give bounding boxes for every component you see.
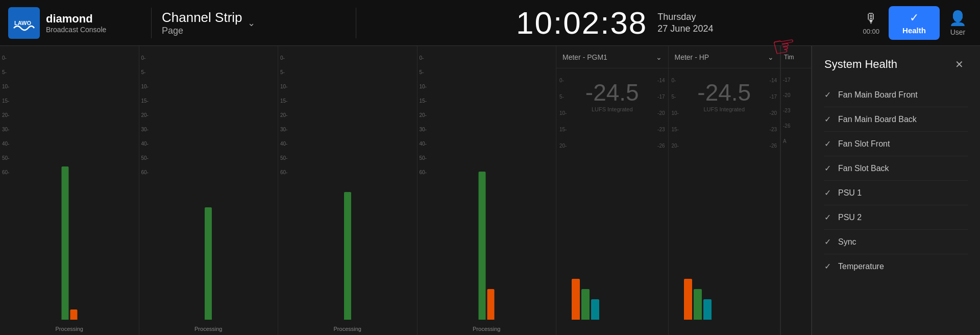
strip-3-scale: 0- 5- 10- 15- 20- 30- 40- 50- 60- [280,51,287,180]
channel-strip-line2: Page [162,26,242,36]
meter-pgm1-dropdown-icon[interactable]: ⌄ [656,53,662,61]
clock-day: Thursday [657,12,713,22]
health-item-fan-main-front: ✓ Fan Main Board Front [824,83,968,107]
pgm1-bar-orange [572,279,580,320]
header-divider-1 [151,8,152,38]
channel-strips-area: 0- 5- 10- 15- 20- 30- 40- 50- 60- Proces… [0,46,556,335]
health-button-label: Health [902,26,926,35]
health-item-fan-slot-back: ✓ Fan Slot Back [824,156,968,181]
health-item-sync: ✓ Sync [824,230,968,254]
meter-pgm1-body: -24.5 LUFS Integrated 0- 5- 10- 15- 20- … [556,68,668,335]
pgm1-bar-teal [591,299,599,320]
health-panel: System Health ✕ ✓ Fan Main Board Front ✓… [812,46,980,335]
channel-strip-dropdown-icon[interactable]: ⌄ [248,17,255,29]
mic-time: 00:00 [863,28,879,35]
meter-pgm1-scale-right: -14 -17 -20 -23 -26 [657,73,665,154]
strip-3-bars [344,192,351,320]
user-label: User [950,28,966,36]
health-panel-close-button[interactable]: ✕ [951,56,968,73]
health-label-fan-main-back: Fan Main Board Back [838,115,917,124]
health-label-fan-slot-back: Fan Slot Back [838,164,889,173]
meter-panel-hp: Meter - HP ⌄ -24.5 LUFS Integrated 0- 5-… [669,46,781,335]
logo-box: LAWO [8,7,40,39]
time-panel-scale: -17 -20 -23 -26 A [781,68,811,153]
health-item-psu2: ✓ PSU 2 [824,205,968,230]
mic-block[interactable]: 🎙 00:00 [863,11,879,35]
user-icon: 👤 [949,10,967,27]
hp-bar-green [694,289,702,320]
meter-hp-bars [684,279,712,320]
channel-strip-info: Channel Strip Page [162,10,242,36]
health-item-fan-slot-front: ✓ Fan Slot Front [824,132,968,156]
strip-2-label: Processing [139,326,278,332]
check-icon-sync: ✓ [824,237,831,247]
meter-pgm1-header: Meter - PGM1 ⌄ [556,46,668,68]
check-icon-psu2: ✓ [824,212,831,222]
header: LAWO diamond Broadcast Console Channel S… [0,0,980,46]
health-label-fan-slot-front: Fan Slot Front [838,139,890,149]
user-block[interactable]: 👤 User [949,10,967,36]
strip-1-scale: 0- 5- 10- 15- 20- 30- 40- 50- 60- [2,51,9,180]
lawo-logo-icon: LAWO [11,10,37,36]
logo-area: LAWO diamond Broadcast Console [8,7,141,39]
strip-2-bars [205,207,212,320]
meter-hp-scale-left: 0- 5- 10- 15- 20- [672,73,679,154]
meter-pgm1-scale-left: 0- 5- 10- 15- 20- [559,73,567,154]
check-icon-fan-slot-front: ✓ [824,139,831,149]
strip-1-bars [61,166,77,320]
meter-hp-value: -24.5 [669,68,780,106]
main-content: 0- 5- 10- 15- 20- 30- 40- 50- 60- Proces… [0,46,980,335]
strip-4: 0- 5- 10- 15- 20- 30- 40- 50- 60- Proces… [418,46,557,335]
health-item-fan-main-back: ✓ Fan Main Board Back [824,107,968,132]
channel-strip-nav[interactable]: Channel Strip Page ⌄ [162,10,346,36]
meter-hp-scale-right: -14 -17 -20 -23 -26 [770,73,777,154]
meter-pgm1-sub: LUFS Integrated [556,106,668,112]
health-label-fan-main-front: Fan Main Board Front [838,90,918,100]
meter-pgm1-value: -24.5 [556,68,668,106]
strip-3-label: Processing [278,326,417,332]
meter-panel-pgm1: Meter - PGM1 ⌄ -24.5 LUFS Integrated 0- … [556,46,669,335]
strip-1: 0- 5- 10- 15- 20- 30- 40- 50- 60- Proces… [0,46,139,335]
time-panel: Tim -17 -20 -23 -26 A [781,46,812,335]
meter-hp-title: Meter - HP [675,53,709,61]
app-subtitle: Broadcast Console [46,26,106,34]
check-icon-temperature: ✓ [824,261,831,271]
check-icon-fan-slot-back: ✓ [824,163,831,173]
strip-4-scale: 0- 5- 10- 15- 20- 30- 40- 50- 60- [420,51,427,180]
strip-4-bar-green [479,172,486,320]
health-label-temperature: Temperature [838,262,884,271]
check-icon-psu1: ✓ [824,188,831,198]
meter-pgm1-bars [572,279,599,320]
strip-2-bar-green [205,207,212,320]
health-panel-header: System Health ✕ [824,56,968,73]
health-item-psu1: ✓ PSU 1 [824,181,968,205]
health-items-list: ✓ Fan Main Board Front ✓ Fan Main Board … [824,83,968,278]
meter-hp-dropdown-icon[interactable]: ⌄ [768,53,774,61]
health-button[interactable]: ✓ Health [889,6,940,40]
channel-strip-line1: Channel Strip [162,10,242,26]
health-panel-title: System Health [824,58,897,71]
clock-date-block: Thursday 27 June 2024 [657,12,713,34]
meter-pgm1-title: Meter - PGM1 [562,53,607,61]
clock-date: 27 June 2024 [657,23,713,34]
health-label-sync: Sync [838,237,856,247]
strip-4-bar-orange [487,289,495,320]
svg-text:LAWO: LAWO [14,20,31,26]
strip-4-label: Processing [418,326,556,332]
meter-panels: Meter - PGM1 ⌄ -24.5 LUFS Integrated 0- … [556,46,781,335]
check-icon-fan-main-front: ✓ [824,90,831,100]
strip-4-bars [479,172,495,320]
clock-area: 10:02:38 Thursday 27 June 2024 [366,5,863,41]
app-name: diamond [46,12,106,26]
meter-hp-sub: LUFS Integrated [669,106,780,112]
right-controls: 🎙 00:00 ✓ Health 👤 User [863,6,972,40]
clock-time: 10:02:38 [516,5,647,41]
health-check-icon: ✓ [910,11,919,25]
app-info: diamond Broadcast Console [46,12,106,34]
strip-2: 0- 5- 10- 15- 20- 30- 40- 50- 60- Proces… [139,46,279,335]
strip-2-scale: 0- 5- 10- 15- 20- 30- 40- 50- 60- [141,51,149,180]
strip-3-bar-green [344,192,351,320]
health-item-temperature: ✓ Temperature [824,254,968,278]
meter-hp-body: -24.5 LUFS Integrated 0- 5- 10- 15- 20- … [669,68,780,335]
microphone-icon: 🎙 [865,11,878,27]
